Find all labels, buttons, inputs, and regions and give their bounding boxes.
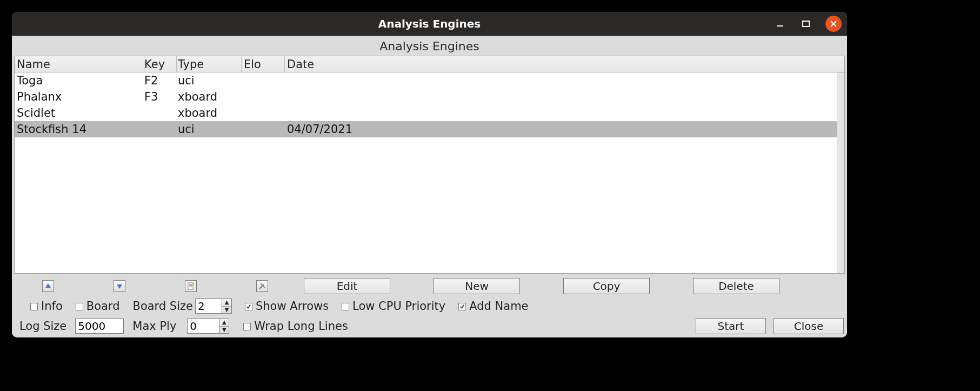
edit-button[interactable]: Edit <box>304 278 390 294</box>
chevron-up-icon: ▲ <box>222 299 231 307</box>
arrow-up-icon <box>45 283 51 289</box>
svg-marker-4 <box>45 283 51 288</box>
header-date[interactable]: Date <box>285 56 844 72</box>
move-down-button[interactable] <box>114 280 125 292</box>
engines-table: Name Key Type Elo Date TogaF2uciPhalanxF… <box>14 56 845 274</box>
minimize-button[interactable] <box>774 17 786 30</box>
configure-button[interactable] <box>256 280 268 292</box>
cell-elo <box>242 89 285 105</box>
table-header: Name Key Type Elo Date <box>15 56 844 72</box>
start-button[interactable]: Start <box>696 318 766 334</box>
toolbar-row: Edit New Copy Delete <box>12 276 847 296</box>
titlebar: Analysis Engines <box>12 12 847 36</box>
new-button[interactable]: New <box>434 278 520 294</box>
low-cpu-label: Low CPU Priority <box>352 300 445 313</box>
cell-elo <box>242 72 285 89</box>
wrap-label: Wrap Long Lines <box>254 320 348 333</box>
table-rows: TogaF2uciPhalanxF3xboardScidletxboardSto… <box>15 72 844 273</box>
header-type[interactable]: Type <box>177 56 242 72</box>
max-ply-input[interactable] <box>187 319 219 334</box>
max-ply-label: Max Ply <box>132 320 176 333</box>
show-arrows-checkbox[interactable]: Show Arrows <box>245 300 329 313</box>
add-name-checkbox[interactable]: Add Name <box>458 300 528 313</box>
close-button[interactable]: Close <box>774 318 844 334</box>
show-arrows-label: Show Arrows <box>256 300 329 313</box>
board-checkbox[interactable]: Board <box>76 300 120 313</box>
checkbox-icon <box>458 303 466 310</box>
checkbox-icon <box>243 323 251 330</box>
window-controls <box>774 12 842 36</box>
checkbox-icon <box>342 303 349 310</box>
analysis-engines-dialog: Analysis Engines Analysis Engines Name K… <box>12 12 847 337</box>
header-name[interactable]: Name <box>15 56 144 72</box>
table-row[interactable]: Stockfish 14uci04/07/2021 <box>15 121 844 137</box>
options-row: Info Board Board Size ▲ ▼ <box>12 296 847 316</box>
log-size-input[interactable] <box>75 319 124 334</box>
delete-button[interactable]: Delete <box>693 278 779 294</box>
cell-elo <box>242 121 285 137</box>
checkbox-icon <box>76 303 83 310</box>
arrow-down-icon <box>116 283 123 289</box>
table-scrollbar[interactable] <box>837 72 844 273</box>
checkbox-icon <box>245 303 252 310</box>
cell-date <box>285 105 844 121</box>
cell-name: Phalanx <box>15 89 144 105</box>
window-title: Analysis Engines <box>378 17 481 30</box>
cell-name: Stockfish 14 <box>15 121 144 137</box>
table-row[interactable]: PhalanxF3xboard <box>15 89 844 105</box>
table-row[interactable]: TogaF2uci <box>15 72 844 89</box>
svg-marker-5 <box>117 284 122 289</box>
maximize-button[interactable] <box>799 17 812 30</box>
add-name-label: Add Name <box>469 300 528 313</box>
chevron-down-icon: ▼ <box>222 307 231 314</box>
cell-date: 04/07/2021 <box>285 121 844 137</box>
header-elo[interactable]: Elo <box>242 56 285 72</box>
header-key[interactable]: Key <box>144 56 177 72</box>
board-size-group: Board Size ▲ ▼ <box>132 299 232 314</box>
cell-name: Scidlet <box>15 105 144 121</box>
maximize-icon <box>802 20 810 28</box>
cell-elo <box>242 105 285 121</box>
edit-file-icon <box>187 282 195 290</box>
cell-date <box>285 89 844 105</box>
info-checkbox[interactable]: Info <box>30 300 63 313</box>
log-size-label: Log Size <box>19 320 66 333</box>
bottom-row: Log Size Max Ply ▲ ▼ Wrap Long Lines Sta… <box>12 316 847 337</box>
board-label: Board <box>86 300 120 313</box>
dialog-title: Analysis Engines <box>12 36 847 56</box>
cell-name: Toga <box>15 72 144 89</box>
move-up-button[interactable] <box>42 280 54 292</box>
low-cpu-checkbox[interactable]: Low CPU Priority <box>342 300 445 313</box>
cell-key <box>144 121 177 137</box>
checkbox-icon <box>30 303 38 310</box>
board-size-input[interactable] <box>195 299 222 314</box>
cell-type: xboard <box>177 89 242 105</box>
svg-rect-6 <box>188 283 193 289</box>
tools-icon <box>258 282 266 290</box>
info-label: Info <box>41 300 63 313</box>
dialog-body: Analysis Engines Name Key Type Elo Date … <box>12 36 847 337</box>
cell-key: F3 <box>144 89 177 105</box>
cell-date <box>285 72 844 89</box>
close-window-button[interactable] <box>825 16 842 32</box>
minimize-icon <box>776 20 784 28</box>
wrap-long-lines-checkbox[interactable]: Wrap Long Lines <box>243 320 348 333</box>
max-ply-spinner[interactable]: ▲ ▼ <box>219 319 229 334</box>
cell-key: F2 <box>144 72 177 89</box>
cell-type: xboard <box>177 105 242 121</box>
cell-key <box>144 105 177 121</box>
edit-file-button[interactable] <box>185 280 197 292</box>
copy-button[interactable]: Copy <box>563 278 650 294</box>
close-icon <box>830 20 837 28</box>
cell-type: uci <box>177 72 242 89</box>
svg-rect-1 <box>803 21 809 26</box>
cell-type: uci <box>177 121 242 137</box>
chevron-up-icon: ▲ <box>219 319 229 327</box>
board-size-label: Board Size <box>132 300 193 313</box>
board-size-spinner[interactable]: ▲ ▼ <box>222 299 232 314</box>
chevron-down-icon: ▼ <box>219 327 229 334</box>
table-row[interactable]: Scidletxboard <box>15 105 844 121</box>
